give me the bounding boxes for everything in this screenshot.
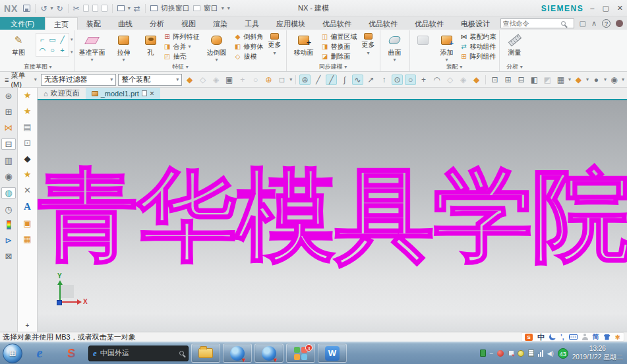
offset-region-button[interactable]: ◫ 偏置区域 [321,32,357,41]
surface-button[interactable]: 曲面 ▾ [382,30,408,63]
ime-punctuation-toggle[interactable]: ’, [560,334,564,341]
group-label-assemblies[interactable]: 装配 ▾ [411,63,498,71]
assembly-navigator-icon[interactable]: ⊞ [5,107,13,117]
antivirus-icon[interactable] [497,350,504,357]
grid-view-icon[interactable]: ▦ [555,75,566,84]
tab-file[interactable]: 文件(F) [0,17,45,30]
chevron-down-icon[interactable]: ▾ [604,76,607,82]
synchronous-more-button[interactable]: 更多 ▾ [359,30,378,56]
constraint-navigator-icon[interactable]: ⋈ [5,123,13,133]
snap-bounded-plane-icon[interactable]: ◆ [471,75,482,84]
group-label-feature[interactable]: 特征 ▾ [76,63,285,71]
volume-icon[interactable]: ◀) [547,350,554,357]
materials-icon[interactable] [7,220,11,229]
point-icon[interactable]: + [60,46,64,54]
window-layout-icon[interactable] [117,5,125,11]
process-studio-icon[interactable]: ⊳ [5,235,13,245]
paste-special-icon[interactable] [102,5,107,12]
shell-button[interactable]: ◰ 抽壳 [164,52,200,61]
temperature-badge[interactable]: 43 [558,348,568,359]
reuse-library-icon[interactable]: ▥ [5,156,13,166]
shaded-view-icon[interactable]: ◧ [529,75,540,84]
tab-electrode-design[interactable]: 电极设计 [452,17,498,30]
tab-render[interactable]: 渲染 [204,17,236,30]
datum-plane-button[interactable]: 基准平面 ▾ [76,30,108,63]
taskbar-browser-button-1[interactable] [223,344,252,363]
ime-settings-icon[interactable]: ✱ [615,334,620,341]
tab-analysis[interactable]: 分析 [141,17,173,30]
taskbar-ie-button[interactable]: e [25,344,54,363]
new-window-icon[interactable]: ⊞ [502,75,514,84]
cage-icon[interactable]: ▦ [23,234,31,244]
snap-center-icon[interactable]: ⊙ [392,75,403,85]
show-hide-icon[interactable]: ⊡ [489,75,500,84]
ime-simplified-toggle[interactable]: 简 [593,332,599,342]
palette-caret-icon[interactable]: ▾ [71,37,73,42]
edge-blend-button[interactable]: 边倒圆 ▾ [201,30,233,63]
text-tool-icon[interactable]: A [24,201,31,212]
minimize-ribbon-icon[interactable]: ∧ [591,19,597,28]
ime-chinese-toggle[interactable]: 中 [537,334,545,341]
delete-x-icon[interactable]: ✕ [24,185,31,195]
network-signal-icon[interactable] [538,350,543,357]
lasso-icon[interactable]: ◈ [210,75,222,84]
taskbar-clock[interactable]: 13:26 2019/1/22 星期二 [572,345,623,361]
snap-intersection-icon[interactable]: + [418,75,429,84]
command-search-box[interactable] [500,18,574,28]
pattern-feature-button[interactable]: ⊞ 阵列特征 [164,32,200,41]
cut-icon[interactable]: ✂ [73,4,80,13]
circle-icon[interactable]: ○ [50,46,55,54]
snap-endpoint-icon[interactable]: ╱ [313,75,324,84]
undo-caret-icon[interactable]: ▾ [51,5,53,11]
snap-tangent-icon[interactable]: ↗ [365,75,376,84]
rectangle-select-icon[interactable]: ▣ [224,75,235,84]
rectangle-icon[interactable]: ▭ [49,36,55,44]
history-clock-icon[interactable]: ◷ [5,204,12,214]
background-icon[interactable]: ● [591,75,602,84]
snap-point-icon[interactable]: ⊕ [299,75,311,85]
draft-button[interactable]: ◇ 拔模 [234,52,264,61]
favorite-star-icon[interactable]: ★ [24,106,32,116]
favorite-star-icon[interactable]: ★ [24,169,32,179]
save-icon[interactable] [23,5,30,12]
window-menu-caret-icon[interactable]: ▾ [222,5,224,11]
roller-gear-icon[interactable]: ⊛ [5,91,13,101]
taskbar-wps-button[interactable]: W [318,344,347,363]
info-icon[interactable]: ◉ [5,171,12,181]
hidden-icons-toggle[interactable]: – [490,350,493,357]
palette-add-icon[interactable]: + [26,322,30,329]
selection-filter-dropdown[interactable]: 无选择过滤器 ▾ [41,74,117,86]
restore-button[interactable]: ▢ [602,4,609,13]
group-label-analysis[interactable]: 分析 ▾ [501,63,529,71]
deselect-icon[interactable]: ○ [250,75,261,84]
snap-polyline-icon[interactable]: ∿ [352,75,363,85]
chamfer-button[interactable]: ◆ 倒斜角 [234,32,264,41]
fullscreen-icon[interactable]: ▢ [580,19,586,28]
usb-device-icon[interactable] [480,349,486,357]
graphics-viewport[interactable]: 青华模具学院 Y X [38,100,627,332]
feature-more-button[interactable]: 更多 ▾ [265,30,285,56]
delete-face-button[interactable]: ◪ 删除面 [321,52,357,61]
taskbar-folder-button[interactable] [191,344,220,363]
tab-tools[interactable]: 工具 [236,17,268,30]
wcs-triad[interactable]: Y X [46,279,88,315]
ime-profile-icon[interactable] [582,337,588,340]
snap-select-icon[interactable]: ⊕ [263,75,274,84]
taskbar-app-manager-button[interactable]: 3 [286,344,315,363]
part-navigator-icon[interactable]: ⊟ [1,138,16,150]
qat-overflow-icon[interactable]: ▾ [227,5,230,11]
block-icon[interactable]: ▣ [23,218,31,228]
palette-caret-icon[interactable]: ▾ [71,49,73,55]
selbar-overflow-icon[interactable]: ▾ [622,76,624,82]
highlight-icon[interactable]: ◇ [197,75,208,84]
paste-icon[interactable] [92,5,98,12]
window-menu-button[interactable]: 窗口 [204,3,218,13]
tab-curve[interactable]: 曲线 [109,17,141,30]
copy-icon[interactable] [83,5,89,12]
tutorial-cap-icon[interactable]: ◆ [24,154,31,164]
tab-view[interactable]: 视图 [173,17,204,30]
sheet-icon[interactable]: ▤ [23,122,31,132]
profile-icon[interactable]: ⌐ [40,36,44,44]
taskbar-search-box[interactable]: e 中国外运 [88,346,189,361]
move-object-icon[interactable]: + [237,75,248,84]
